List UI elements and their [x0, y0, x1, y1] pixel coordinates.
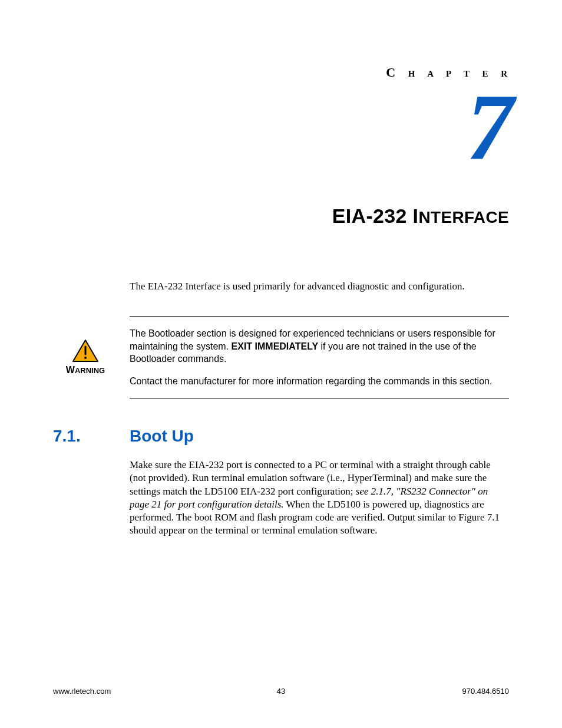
warning-callout: WARNING The Bootloader section is design…	[130, 316, 509, 398]
section-number: 7.1.	[53, 427, 81, 446]
warning-label-first: W	[66, 365, 75, 375]
warning-paragraph-1: The Bootloader section is designed for e…	[130, 327, 509, 365]
footer-center: 43	[53, 687, 509, 696]
content-column: The EIA-232 Interface is used primarily …	[130, 281, 509, 537]
section-body: Make sure the EIA-232 port is connected …	[130, 459, 509, 537]
section-title: Boot Up	[130, 427, 509, 446]
warning-label-rest: ARNING	[75, 366, 105, 375]
page: C H A P T E R 7 EIA-232 INTERFACE The EI…	[0, 0, 562, 728]
warning-icon	[72, 339, 99, 363]
intro-paragraph: The EIA-232 Interface is used primarily …	[130, 281, 509, 292]
page-footer: www.rletech.com 43 970.484.6510	[53, 687, 509, 696]
chapter-label-first: C	[386, 65, 401, 80]
chapter-number: 7	[53, 83, 514, 172]
svg-point-2	[84, 357, 87, 359]
chapter-title-prefix: EIA-232 I	[332, 205, 419, 227]
warning-label: WARNING	[53, 364, 118, 377]
warning-paragraph-2: Contact the manufacturer for more inform…	[130, 375, 509, 388]
warning-p1-b: EXIT IMMEDIATELY	[232, 341, 319, 351]
section-7-1: 7.1. Boot Up Make sure the EIA-232 port …	[130, 427, 509, 537]
chapter-label: C H A P T E R	[53, 65, 513, 80]
chapter-title-suffix: NTERFACE	[418, 208, 509, 226]
chapter-title: EIA-232 INTERFACE	[53, 205, 509, 228]
warning-side: WARNING	[53, 339, 118, 377]
